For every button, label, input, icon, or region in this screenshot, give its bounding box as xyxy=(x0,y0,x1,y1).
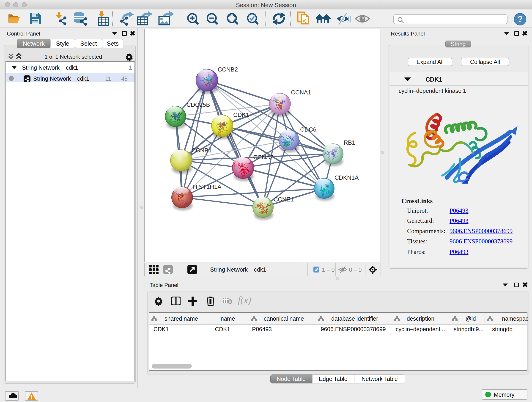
svg-text:CCNE1: CCNE1 xyxy=(273,196,294,203)
svg-text:CDC25B: CDC25B xyxy=(186,101,210,108)
svg-text:CDC6: CDC6 xyxy=(300,126,317,133)
svg-text:CCNB2: CCNB2 xyxy=(218,66,238,73)
svg-text:HIST1H1A: HIST1H1A xyxy=(193,183,222,190)
svg-text:CCNA1: CCNA1 xyxy=(291,89,311,96)
svg-text:CDKN1A: CDKN1A xyxy=(335,174,359,181)
svg-text:CCNA2: CCNA2 xyxy=(253,154,273,161)
svg-text:CDK1: CDK1 xyxy=(233,111,249,118)
svg-text:RB1: RB1 xyxy=(344,139,355,146)
svg-text:CCNB1: CCNB1 xyxy=(191,147,212,154)
svg-text:?: ? xyxy=(518,14,523,24)
